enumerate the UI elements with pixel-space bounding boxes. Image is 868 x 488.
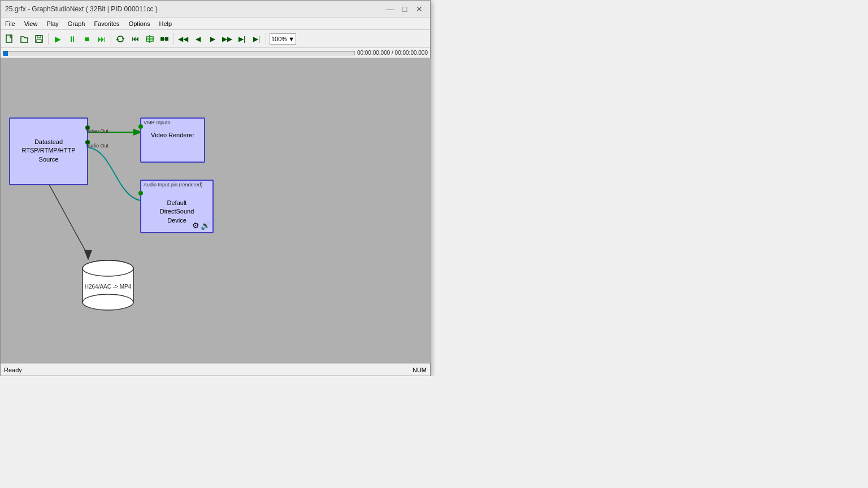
menu-help[interactable]: Help [155,18,177,30]
video-renderer-filter[interactable]: VMR Input0 Video Renderer [140,117,205,163]
zoom-arrow: ▼ [288,36,294,42]
svg-rect-7 [160,37,164,41]
time-display: 00:00:00.000 / 00:00:00.000 [357,50,430,56]
to-end2-button[interactable]: ▶| [250,32,263,46]
seekbar[interactable] [3,51,355,55]
loop-button[interactable] [114,32,127,46]
window-title: 25.grfx - GraphStudioNext ( 32Bit | PID … [5,5,158,13]
vmr-input-pin[interactable] [138,124,143,129]
maximize-button[interactable]: □ [398,3,411,15]
menu-play[interactable]: Play [42,18,63,30]
menubar: File View Play Graph Favorites Options H… [1,18,430,30]
audio-out-pin[interactable] [85,140,90,145]
audio-renderer-filter[interactable]: Audio Input pin (rendered) DefaultDirect… [140,180,214,233]
audio-icons: ⚙ 🔊 [192,221,210,230]
connect-button[interactable] [158,32,171,46]
menu-view[interactable]: View [20,18,42,30]
audio-input-label: Audio Input pin (rendered) [144,182,203,188]
menu-favorites[interactable]: Favorites [89,18,124,30]
to-end-button[interactable]: ▶| [235,32,249,46]
seek-start-button[interactable]: ⏮ [128,32,142,46]
zoom-value: 100% [271,36,287,42]
seekbar-row: 00:00:00.000 / 00:00:00.000 [1,48,430,58]
svg-point-15 [83,294,133,310]
step-button[interactable]: ⏭ [95,32,108,46]
video-out-pin[interactable] [85,125,90,130]
statusbar: Ready NUM [1,363,430,376]
seekbar-thumb [3,51,8,56]
next-frame-button[interactable]: ▶ [206,32,219,46]
menu-options[interactable]: Options [124,18,155,30]
vmr-input-label: VMR Input0 [144,120,171,125]
window-controls: — □ ✕ [384,3,426,15]
graph-connections [1,58,431,363]
titlebar: 25.grfx - GraphStudioNext ( 32Bit | PID … [1,1,430,18]
cylinder-svg: H264/AAC ->.MP4 [77,256,139,312]
next-key-button[interactable]: ▶▶ [220,32,234,46]
pause-button[interactable]: ⏸ [66,32,79,46]
open-button[interactable] [18,32,31,46]
sep3 [173,33,174,45]
file-output-filter[interactable]: H264/AAC ->.MP4 [77,256,139,312]
source-filter-name: DatasteadRTSP/RTMP/HTTPSource [20,136,78,166]
graph-canvas[interactable]: Video Out Audio Out DatasteadRTSP/RTMP/H… [1,58,431,363]
num-lock-indicator: NUM [413,367,427,373]
sep4 [266,33,266,45]
svg-line-11 [49,184,88,256]
audio-input-pin[interactable] [138,191,143,195]
audio-volume-icon: 🔊 [201,221,210,230]
svg-rect-8 [165,37,168,41]
add-filter-button[interactable] [143,32,157,46]
source-filter[interactable]: Video Out Audio Out DatasteadRTSP/RTMP/H… [9,117,88,185]
stop-button[interactable]: ■ [80,32,94,46]
video-renderer-name: Video Renderer [149,129,197,141]
svg-text:H264/AAC ->.MP4: H264/AAC ->.MP4 [85,284,132,290]
zoom-select[interactable]: 100% ▼ [270,33,296,45]
sep1 [48,33,49,45]
prev-frame-button[interactable]: ◀ [191,32,205,46]
svg-rect-0 [6,35,12,42]
menu-file[interactable]: File [1,18,20,30]
menu-graph[interactable]: Graph [63,18,90,30]
prev-key-button[interactable]: ◀◀ [176,32,190,46]
audio-settings-icon: ⚙ [192,221,199,230]
save-button[interactable] [32,32,46,46]
toolbar: ▶ ⏸ ■ ⏭ ⏮ ◀◀ ◀ ▶ ▶▶ ▶| ▶| 100% ▼ [1,30,430,48]
status-text: Ready [4,367,22,373]
new-button[interactable] [3,32,16,46]
audio-renderer-name: DefaultDirectSoundDevice [158,197,197,227]
close-button[interactable]: ✕ [413,3,426,15]
sep2 [111,33,111,45]
minimize-button[interactable]: — [384,3,396,15]
play-button[interactable]: ▶ [51,32,64,46]
svg-point-16 [83,260,133,276]
